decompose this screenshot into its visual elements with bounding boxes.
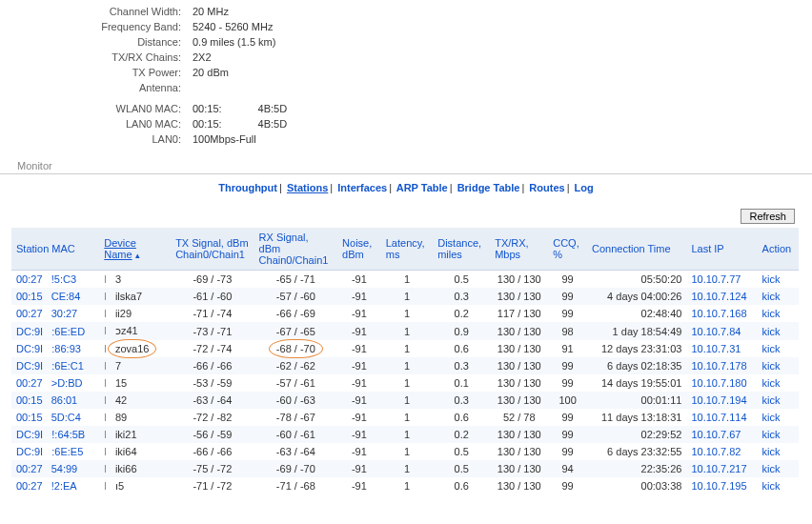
nav-arp-table[interactable]: ARP Table [396, 182, 448, 193]
last-ip-link[interactable]: 10.10.7.180 [691, 377, 746, 389]
kick-link[interactable]: kick [762, 412, 781, 423]
kick-link[interactable]: kick [762, 326, 781, 337]
distance-value: 0.9 miles (1.5 km) [181, 34, 275, 50]
station-mac-link[interactable]: !2:EA [51, 480, 77, 492]
ccq-value: 98 [548, 322, 587, 340]
station-mac-link[interactable]: 54:99 [51, 463, 78, 474]
col-action[interactable]: Action [762, 243, 792, 254]
last-ip-link[interactable]: 10.10.7.84 [691, 326, 741, 337]
refresh-button[interactable]: Refresh [741, 209, 795, 224]
nav-stations[interactable]: Stations [287, 182, 328, 193]
station-mac-link[interactable]: 00:15 [16, 412, 43, 423]
station-mac-link[interactable]: 00:27 [16, 308, 43, 319]
col-latency[interactable]: Latency, ms [386, 237, 425, 260]
station-mac-link[interactable]: :6E:E5 [51, 446, 83, 457]
station-mac-link[interactable]: DC:9I [16, 446, 43, 457]
col-distance[interactable]: Distance, miles [437, 237, 481, 260]
col-device-name[interactable]: Device Name ▴ [104, 237, 139, 260]
col-ccq[interactable]: CCQ, % [553, 237, 579, 260]
kick-link[interactable]: kick [762, 394, 781, 406]
rx-signal-value: -68 / -70 [276, 343, 315, 354]
station-mac-link[interactable]: :6E:C1 [51, 360, 84, 372]
station-mac-link[interactable]: 30:27 [51, 308, 78, 319]
col-station-mac[interactable]: Station MAC [16, 243, 75, 254]
col-txrx[interactable]: TX/RX, Mbps [495, 237, 528, 260]
station-mac-link[interactable]: 5D:C4 [51, 412, 81, 423]
last-ip-link[interactable]: 10.10.7.168 [691, 308, 746, 319]
connection-time-value: 02:29:52 [587, 426, 686, 443]
col-tx-signal[interactable]: TX Signal, dBmChain0/Chain1 [175, 237, 249, 260]
ccq-value: 99 [548, 409, 587, 426]
station-mac-link[interactable]: 86:01 [51, 394, 78, 406]
table-row: DC:9I...:6E:C1l 7-66 / -66-62 / -62-9110… [11, 357, 799, 374]
kick-link[interactable]: kick [762, 360, 781, 372]
lan0-label: LAN0: [0, 131, 181, 147]
kick-link[interactable]: kick [762, 343, 781, 354]
noise-value: -91 [337, 271, 381, 289]
nav-throughput[interactable]: Throughput [218, 182, 277, 193]
station-mac-link[interactable]: !5:C3 [51, 273, 76, 285]
distance-value: 0.9 [433, 322, 490, 340]
ccq-value: 91 [548, 340, 587, 357]
col-rx-signal[interactable]: RX Signal, dBmChain0/Chain1 [259, 232, 333, 266]
kick-link[interactable]: kick [762, 446, 781, 457]
kick-link[interactable]: kick [762, 308, 781, 319]
station-mac-link[interactable]: 00:27 [16, 377, 43, 389]
station-mac-link[interactable]: !:64:5B [51, 429, 85, 440]
connection-time-value: 1 day 18:54:49 [587, 322, 686, 340]
txrx-value: 130 / 130 [490, 392, 548, 409]
txrx-value: 130 / 130 [490, 340, 548, 357]
station-mac-link[interactable]: 00:15 [16, 394, 43, 406]
station-mac-link[interactable]: >D:BD [51, 377, 83, 389]
ccq-value: 99 [548, 426, 587, 443]
last-ip-link[interactable]: 10.10.7.77 [691, 273, 741, 285]
last-ip-link[interactable]: 10.10.7.178 [691, 360, 746, 372]
latency-value: 1 [381, 460, 433, 477]
station-mac-link[interactable]: DC:9I [16, 343, 43, 354]
last-ip-link[interactable]: 10.10.7.31 [691, 343, 741, 354]
station-mac-link[interactable]: DC:9I [16, 429, 43, 440]
last-ip-link[interactable]: 10.10.7.82 [691, 446, 741, 457]
station-mac-link[interactable]: CE:84 [51, 291, 81, 302]
col-last-ip[interactable]: Last IP [691, 243, 723, 254]
kick-link[interactable]: kick [762, 377, 781, 389]
lan0-value: 100Mbps-Full [181, 131, 256, 147]
device-name-cell: l ɔz41 [99, 322, 171, 340]
kick-link[interactable]: kick [762, 463, 781, 474]
last-ip-link[interactable]: 10.10.7.195 [691, 480, 746, 492]
tx-signal-value: -53 / -59 [171, 374, 254, 392]
station-mac-link[interactable]: :6E:ED [51, 326, 85, 337]
station-mac-link[interactable]: 00:27 [16, 273, 43, 285]
station-mac-link[interactable]: DC:9I [16, 326, 43, 337]
kick-link[interactable]: kick [762, 273, 781, 285]
wireless-info: Channel Width:20 MHz Frequency Band:5240… [0, 4, 812, 147]
kick-link[interactable]: kick [762, 480, 781, 492]
device-name-cell: l ilska7 [99, 288, 171, 305]
txrx-value: 52 / 78 [490, 409, 548, 426]
last-ip-link[interactable]: 10.10.7.67 [691, 429, 741, 440]
station-mac-link[interactable]: 00:27 [16, 480, 43, 492]
channel-width-label: Channel Width: [0, 4, 181, 19]
rx-signal-cell: -60 / -63 [254, 392, 337, 409]
station-mac-link[interactable]: DC:9I [16, 360, 43, 372]
noise-value: -91 [337, 288, 381, 305]
station-mac-link[interactable]: :86:93 [51, 343, 81, 354]
table-row: 00:27...54:99l iki66-75 / -72-69 / -70-9… [11, 460, 799, 477]
last-ip-link[interactable]: 10.10.7.124 [691, 291, 746, 302]
col-connection-time[interactable]: Connection Time [592, 243, 671, 254]
last-ip-link[interactable]: 10.10.7.194 [691, 394, 746, 406]
nav-interfaces[interactable]: Interfaces [337, 182, 387, 193]
last-ip-link[interactable]: 10.10.7.217 [691, 463, 746, 474]
kick-link[interactable]: kick [762, 291, 781, 302]
station-mac-link[interactable]: 00:27 [16, 463, 43, 474]
col-noise[interactable]: Noise, dBm [342, 237, 372, 260]
last-ip-link[interactable]: 10.10.7.114 [691, 412, 746, 423]
nav-routes[interactable]: Routes [529, 182, 564, 193]
wlan0-mac-part1: 00:15: [193, 101, 222, 116]
nav-log[interactable]: Log [575, 182, 594, 193]
latency-value: 1 [381, 340, 433, 357]
distance-value: 0.6 [433, 409, 490, 426]
nav-bridge-table[interactable]: Bridge Table [457, 182, 520, 193]
kick-link[interactable]: kick [762, 429, 781, 440]
station-mac-link[interactable]: 00:15 [16, 291, 43, 302]
